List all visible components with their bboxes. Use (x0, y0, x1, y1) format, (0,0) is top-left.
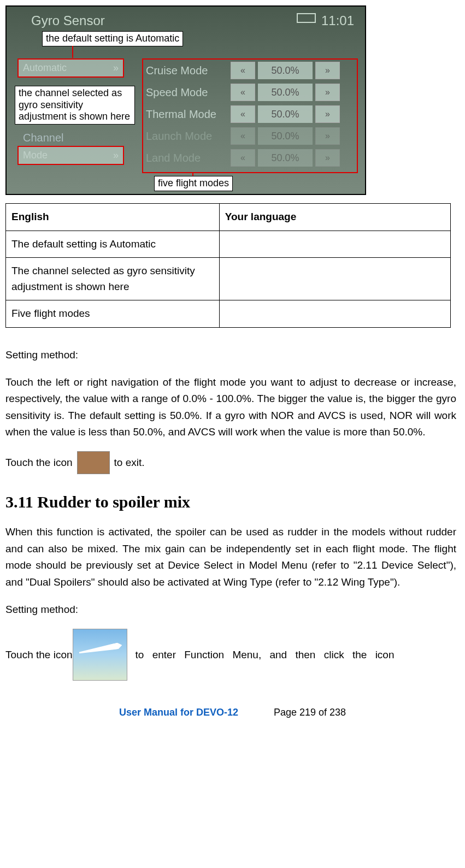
increase-button[interactable]: » (315, 149, 340, 167)
chevron-right-icon: » (113, 148, 119, 163)
mode-name: Launch Mode (146, 128, 228, 144)
table-cell-your-language (219, 231, 450, 258)
decrease-button[interactable]: « (231, 127, 255, 145)
table-row: The default setting is Automatic (6, 231, 451, 258)
table-cell-english: The channel selected as gyro sensitivity… (6, 258, 220, 300)
footer-title: User Manual for DEVO-12 (119, 707, 238, 718)
setting-method-label-2: Setting method: (5, 601, 456, 618)
flight-mode-row: Cruise Mode«50.0%» (143, 60, 357, 81)
table-row: The channel selected as gyro sensitivity… (6, 258, 451, 300)
footer-page: Page 219 of 238 (274, 707, 346, 718)
page-footer: User Manual for DEVO-12 Page 219 of 238 (5, 705, 460, 720)
channel-label: Channel (23, 129, 64, 146)
device-screenshot: Gyro Sensor 11:01 the default setting is… (5, 5, 366, 195)
automatic-label: Automatic (23, 61, 67, 75)
callout-flight-modes: five flight modes (154, 176, 233, 191)
mode-value: 50.0% (258, 84, 313, 101)
clock-label: 11:01 (321, 11, 354, 31)
chevron-right-icon: » (113, 61, 119, 75)
section-paragraph: When this function is activated, the spo… (5, 524, 456, 591)
screen-title: Gyro Sensor (31, 11, 105, 31)
flight-modes-panel: Cruise Mode«50.0%»Speed Mode«50.0%»Therm… (142, 58, 358, 173)
callout-default-setting: the default setting is Automatic (42, 31, 183, 46)
callout-channel: the channel selected as gyro sensitivity… (15, 86, 135, 125)
mode-name: Thermal Mode (146, 106, 228, 122)
translation-table: English Your language The default settin… (5, 203, 451, 328)
flight-mode-row: Land Mode«50.0%» (143, 147, 357, 169)
increase-button[interactable]: » (315, 84, 340, 101)
mode-name: Speed Mode (146, 84, 228, 101)
battery-icon (297, 13, 316, 23)
table-row: Five flight modes (6, 300, 451, 328)
decrease-button[interactable]: « (231, 105, 255, 123)
table-cell-your-language (219, 300, 450, 328)
automatic-button[interactable]: Automatic » (17, 58, 124, 78)
mode-value: 50.0% (258, 127, 313, 145)
instruction-paragraph: Touch the left or right navigation of th… (5, 374, 456, 441)
touch-icon-function-menu-line: Touch the icon to enter Function Menu, a… (5, 629, 456, 681)
mode-name: Land Mode (146, 150, 228, 166)
decrease-button[interactable]: « (231, 84, 255, 101)
mode-selector-button[interactable]: Mode » (17, 146, 124, 165)
section-heading: 3.11 Rudder to spoiler mix (5, 489, 460, 514)
table-header-english: English (6, 204, 220, 231)
mode-value: 50.0% (258, 105, 313, 123)
table-cell-english: Five flight modes (6, 300, 220, 328)
increase-button[interactable]: » (315, 105, 340, 123)
increase-button[interactable]: » (315, 62, 340, 79)
flight-mode-row: Launch Mode«50.0%» (143, 125, 357, 147)
flight-mode-row: Speed Mode«50.0%» (143, 81, 357, 103)
touch-icon-exit-line: Touch the icon to exit. (5, 451, 456, 474)
function-menu-icon (73, 629, 127, 681)
exit-icon (77, 451, 110, 474)
flight-mode-row: Thermal Mode«50.0%» (143, 103, 357, 125)
mode-selector-label: Mode (23, 148, 48, 163)
increase-button[interactable]: » (315, 127, 340, 145)
table-cell-your-language (219, 258, 450, 300)
decrease-button[interactable]: « (231, 62, 255, 79)
mode-value: 50.0% (258, 62, 313, 79)
mode-value: 50.0% (258, 149, 313, 167)
mode-name: Cruise Mode (146, 62, 228, 79)
table-cell-english: The default setting is Automatic (6, 231, 220, 258)
setting-method-label: Setting method: (5, 347, 456, 363)
decrease-button[interactable]: « (231, 149, 255, 167)
table-header-your-language: Your language (219, 204, 450, 231)
